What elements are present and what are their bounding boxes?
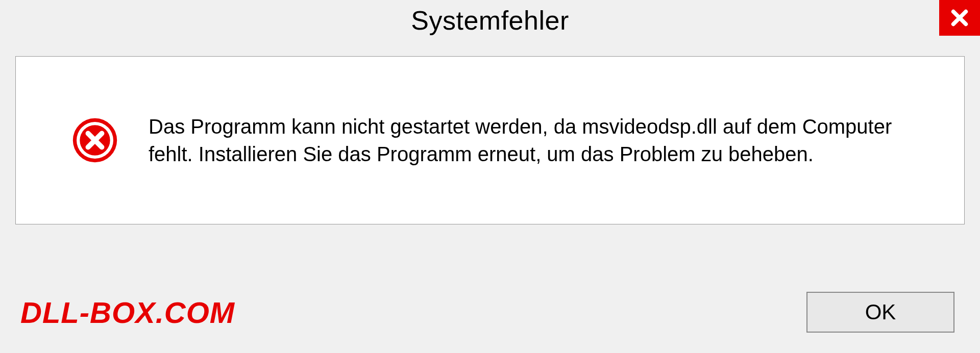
- ok-button[interactable]: OK: [806, 292, 954, 333]
- close-button[interactable]: [939, 0, 980, 36]
- dialog-title: Systemfehler: [411, 5, 569, 36]
- dialog-footer: DLL-BOX.COM OK: [0, 276, 980, 353]
- error-icon: [72, 117, 118, 163]
- error-message: Das Programm kann nicht gestartet werden…: [149, 113, 934, 168]
- dialog-header: Systemfehler: [0, 0, 980, 41]
- content-panel: Das Programm kann nicht gestartet werden…: [15, 56, 965, 224]
- watermark-text: DLL-BOX.COM: [20, 295, 235, 330]
- close-icon: [949, 7, 970, 29]
